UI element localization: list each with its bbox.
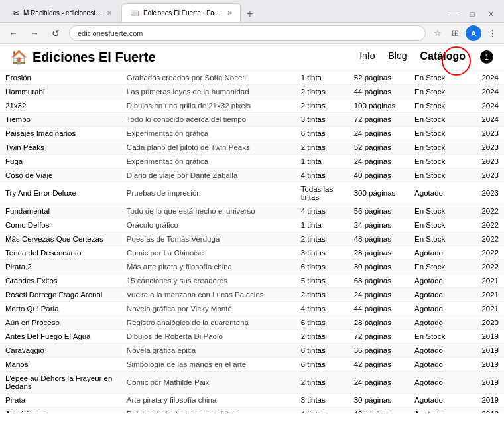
cell-desc: Más arte pirata y filosofía china [121,260,296,274]
table-row[interactable]: Antes Del Fuego El Agua Dibujos de Rober… [0,330,504,344]
cell-desc: 15 canciones y sus creadores [121,274,296,288]
cell-pages: 24 páginas [349,372,409,394]
window-close-button[interactable]: ✕ [483,6,499,22]
tab-mail[interactable]: ✉ M Recibidos - edicionesfuerte@g... ✕ [5,3,120,22]
window-minimize-button[interactable]: — [446,6,462,22]
table-row[interactable]: Apariciones Relatos de fantasmas y espír… [0,407,504,414]
table-row[interactable]: Pirata 2 Más arte pirata y filosofía chi… [0,260,504,274]
cell-title: Aún en Proceso [0,316,121,330]
nav-forward-button[interactable]: → [27,25,42,41]
tab-mail-label: M Recibidos - edicionesfuerte@g... [23,9,103,17]
cell-tints: 1 tinta [296,71,349,85]
nav-info[interactable]: Info [359,50,375,64]
table-row[interactable]: Tiempo Todo lo conocido acerca del tiemp… [0,113,504,127]
table-row[interactable]: Pirata Arte pirata y filosofía china 8 t… [0,394,504,407]
table-row[interactable]: Try And Error Deluxe Pruebas de impresió… [0,182,504,204]
table-row[interactable]: Más Cervezas Que Certezas Poesías de Tom… [0,232,504,246]
cell-year: 2022 [470,218,504,232]
table-row[interactable]: Hammurabi Las primeras leyes de la human… [0,85,504,99]
table-row[interactable]: 21x32 Dibujos en una grilla de 21x32 pix… [0,99,504,113]
url-text: edicionesfuerte.com [78,29,143,37]
table-row[interactable]: Roseti Dorrego Fraga Arenal Vuelta a la … [0,288,504,302]
cell-status: Agotado [409,407,470,414]
nav-back-button[interactable]: ← [5,25,21,41]
table-row[interactable]: Morto Qui Parla Novela gráfica por Vicky… [0,302,504,316]
tab-ediciones[interactable]: 📖 Ediciones El Fuerte · Fanizones en F..… [121,3,241,22]
cell-title: Tiempo [0,113,121,127]
profile-button[interactable]: A [466,25,481,41]
cell-status: En Stock [409,127,470,141]
table-row[interactable]: Coso de Viaje Diario de viaje por Dante … [0,169,504,182]
table-row[interactable]: Grandes Exitos 15 canciones y sus creado… [0,274,504,288]
table-row[interactable]: Paisajes Imaginarios Experimentación grá… [0,127,504,141]
cell-desc: Oráculo gráfico [121,218,296,232]
cell-pages: 24 páginas [349,288,409,302]
page-content: 🏠 Ediciones El Fuerte Info Blog Catálogo… [0,44,504,413]
bookmark-icon[interactable]: ☆ [431,27,444,40]
cell-desc: Dibujos de Roberta Di Paolo [121,330,296,344]
nav-blog[interactable]: Blog [389,50,407,64]
extension-icon[interactable]: ⊞ [448,27,462,40]
table-row[interactable]: Teoria del Desencanto Comic por La Chino… [0,246,504,260]
cell-tints: 1 tinta [296,218,349,232]
cell-status: En Stock [409,169,470,182]
table-row[interactable]: Aún en Proceso Registro analógico de la … [0,316,504,330]
cell-desc: Poesías de Tomás Verduga [121,232,296,246]
cell-tints: 2 tintas [296,330,349,344]
new-tab-button[interactable]: + [242,6,258,22]
cell-title: Caravaggio [0,344,121,358]
window-maximize-button[interactable]: □ [464,6,480,22]
cell-desc: Novela gráfica épica [121,344,296,358]
cell-title: Morto Qui Parla [0,302,121,316]
tab-ediciones-close[interactable]: ✕ [227,9,232,17]
url-input[interactable]: edicionesfuerte.com [69,25,426,41]
nav-catalogo[interactable]: Catálogo [420,50,466,64]
table-row[interactable]: L'épee au Dehors la Frayeur en Dedans Co… [0,372,504,394]
cell-desc: Pruebas de impresión [121,182,296,204]
table-row[interactable]: Twin Peaks Cada plano del piloto de Twin… [0,141,504,155]
cell-tints: 6 tintas [296,344,349,358]
nav-reload-button[interactable]: ↺ [48,25,64,41]
cell-tints: 3 tintas [296,113,349,127]
cell-desc: Las primeras leyes de la humanidad [121,85,296,99]
cell-year: 2018 [470,407,504,414]
table-row[interactable]: Fuga Experimentación gráfica 1 tinta 24 … [0,155,504,169]
window-controls: — □ ✕ [446,6,499,22]
cell-tints: 4 tintas [296,169,349,182]
site-title-text: Ediciones El Fuerte [32,50,156,65]
cell-title: L'épee au Dehors la Frayeur en Dedans [0,372,121,394]
site-title-icon: 🏠 [11,49,27,65]
cell-year: 2022 [470,260,504,274]
cell-tints: 4 tintas [296,407,349,414]
cell-year: 2019 [470,344,504,358]
cell-status: En Stock [409,99,470,113]
table-row[interactable]: Caravaggio Novela gráfica épica 6 tintas… [0,344,504,358]
menu-icon[interactable]: ⋮ [485,27,499,40]
cell-year: 2023 [470,155,504,169]
cart-badge[interactable]: 1 [480,50,493,64]
table-row[interactable]: Manos Simbología de las manos en el arte… [0,358,504,372]
cell-pages: 52 páginas [349,71,409,85]
cell-tints: 2 tintas [296,99,349,113]
cell-tints: Todas las tintas [296,182,349,204]
cell-desc: Relatos de fantasmas y espíritus [121,407,296,414]
cell-year: 2023 [470,182,504,204]
cell-desc: Experimentación gráfica [121,155,296,169]
table-row[interactable]: Erosión Grabados creados por Sofía Nocet… [0,71,504,85]
cell-year: 2021 [470,302,504,316]
cell-title: Como Delfos [0,218,121,232]
cell-desc: Dibujos en una grilla de 21x32 pixels [121,99,296,113]
cell-title: Grandes Exitos [0,274,121,288]
site-header: 🏠 Ediciones El Fuerte Info Blog Catálogo… [0,44,504,71]
cell-pages: 44 páginas [349,302,409,316]
cell-year: 2024 [470,99,504,113]
tab-mail-close[interactable]: ✕ [107,9,112,17]
cell-year: 2024 [470,71,504,85]
browser-icons: ☆ ⊞ A ⋮ [431,25,499,41]
cell-title: Teoria del Desencanto [0,246,121,260]
cell-status: Agotado [409,372,470,394]
cell-pages: 40 páginas [349,407,409,414]
table-row[interactable]: Fundamental Todo de lo que está hecho el… [0,204,504,218]
table-row[interactable]: Como Delfos Oráculo gráfico 1 tinta 24 p… [0,218,504,232]
cell-tints: 6 tintas [296,358,349,372]
